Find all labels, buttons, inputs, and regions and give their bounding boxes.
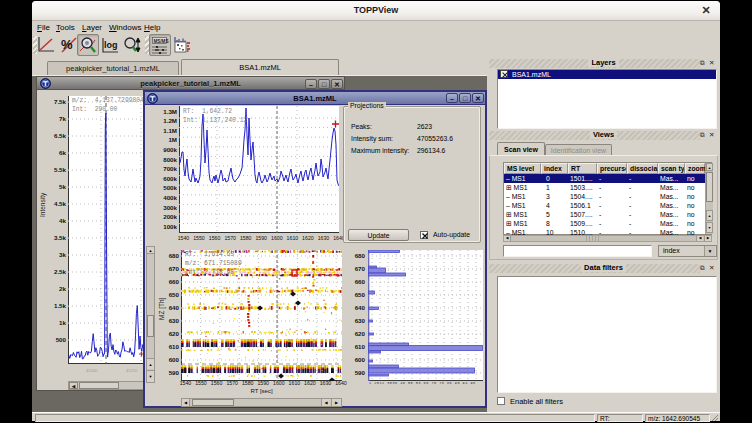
svg-text:%: % <box>61 37 73 52</box>
svg-text:MS/MS: MS/MS <box>153 39 168 44</box>
svg-text:log: log <box>104 40 118 50</box>
